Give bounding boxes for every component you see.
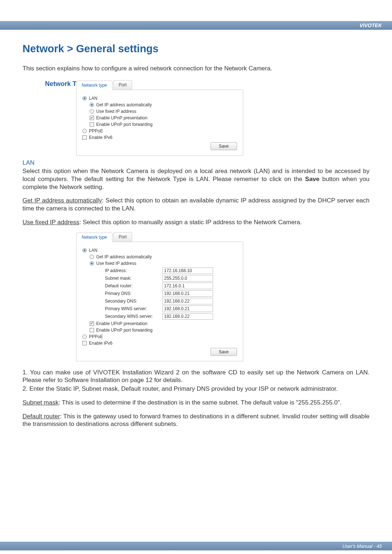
screenshot-network-type-fixed-ip: Network type Port LAN Get IP address aut… (76, 232, 369, 361)
brand-text: VIVOTEK (360, 22, 382, 28)
label-lan: LAN (89, 96, 97, 101)
label-get-ip-auto: Get IP address automatically (96, 102, 152, 107)
label-pppoe: PPPoE (89, 128, 103, 134)
tab-bar: Network type Port (76, 80, 243, 90)
label-upnp-port-forwarding: Enable UPnP port forwarding (96, 122, 152, 127)
radio-lan[interactable] (82, 96, 87, 100)
label-secondary-dns: Secondary DNS: (105, 299, 162, 304)
label-upnp-port-forwarding-2: Enable UPnP port forwarding (96, 328, 152, 333)
label-pppoe-2: PPPoE (89, 334, 103, 339)
subnet-mask-label: Subnet mask (23, 399, 58, 406)
tab-bar-2: Network type Port (76, 232, 243, 242)
label-get-ip-auto-2: Get IP address automatically (96, 254, 152, 259)
label-primary-dns: Primary DNS: (105, 291, 162, 296)
list-item-2: 2. Enter the Static IP, Subnet mask, Def… (23, 385, 369, 393)
radio-use-fixed-ip-2[interactable] (90, 261, 94, 266)
checkbox-upnp-presentation[interactable] (90, 116, 94, 120)
list-item-1: 1. You can make use of VIVOTEK Installat… (23, 369, 369, 385)
save-button[interactable]: Save (211, 142, 237, 150)
footer-bar: User's Manual - 45 (0, 542, 392, 550)
label-enable-ipv6: Enable IPv6 (89, 135, 113, 140)
radio-lan-2[interactable] (82, 248, 87, 253)
get-ip-paragraph: Get IP address automatically: Select thi… (23, 197, 369, 213)
lan-section-heading: LAN (23, 159, 369, 167)
input-primary-wins[interactable] (162, 305, 213, 312)
radio-pppoe[interactable] (82, 129, 87, 133)
tab-network-type-2[interactable]: Network type (76, 233, 113, 242)
label-use-fixed-ip-2: Use fixed IP address (96, 261, 136, 266)
default-router-label: Default router (23, 413, 60, 420)
save-button-2[interactable]: Save (211, 348, 237, 356)
subnet-mask-paragraph: Subnet mask: This is used to determine i… (23, 399, 369, 407)
input-subnet-mask[interactable] (162, 275, 213, 282)
radio-use-fixed-ip[interactable] (90, 109, 94, 114)
label-enable-ipv6-2: Enable IPv6 (89, 341, 113, 346)
tab-network-type[interactable]: Network type (76, 81, 113, 90)
get-ip-label: Get IP address automatically (23, 197, 102, 204)
brand-bar: VIVOTEK (0, 21, 392, 30)
label-lan-2: LAN (89, 248, 97, 253)
intro-text: This section explains how to configure a… (23, 65, 369, 72)
checkbox-upnp-port-forwarding-2[interactable] (90, 328, 94, 332)
radio-pppoe-2[interactable] (82, 335, 87, 339)
tab-port[interactable]: Port (113, 80, 132, 90)
screenshot-network-type-basic: Network type Port LAN Get IP address aut… (76, 80, 369, 156)
use-fixed-label: Use fixed IP address (23, 219, 79, 226)
use-fixed-paragraph: Use fixed IP address: Select this option… (23, 218, 369, 226)
tab-port-2[interactable]: Port (113, 232, 132, 242)
input-secondary-wins[interactable] (162, 313, 213, 320)
label-upnp-presentation: Enable UPnP presentation (96, 115, 147, 120)
radio-get-ip-auto[interactable] (90, 103, 94, 107)
top-whitespace (0, 0, 392, 21)
label-subnet-mask: Subnet mask: (105, 276, 162, 281)
label-upnp-presentation-2: Enable UPnP presentation (96, 321, 147, 326)
label-primary-wins: Primary WINS server: (105, 306, 162, 311)
label-secondary-wins: Secondary WINS server: (105, 314, 162, 319)
page-title: Network > General settings (23, 43, 369, 55)
checkbox-upnp-presentation-2[interactable] (90, 321, 94, 326)
lan-paragraph: Select this option when the Network Came… (23, 167, 369, 191)
checkbox-enable-ipv6[interactable] (82, 135, 87, 140)
input-ip-address[interactable] (162, 267, 213, 274)
footer-text: User's Manual - 45 (342, 543, 382, 549)
checkbox-enable-ipv6-2[interactable] (82, 341, 87, 345)
label-default-router: Default router: (105, 283, 162, 288)
default-router-paragraph: Default router: This is the gateway used… (23, 413, 369, 428)
label-use-fixed-ip: Use fixed IP address (96, 109, 136, 114)
label-ip-address: IP address: (105, 268, 162, 273)
checkbox-upnp-port-forwarding[interactable] (90, 122, 94, 127)
input-secondary-dns[interactable] (162, 298, 213, 304)
radio-get-ip-auto-2[interactable] (90, 255, 94, 259)
input-primary-dns[interactable] (162, 290, 213, 297)
input-default-router[interactable] (162, 283, 213, 289)
